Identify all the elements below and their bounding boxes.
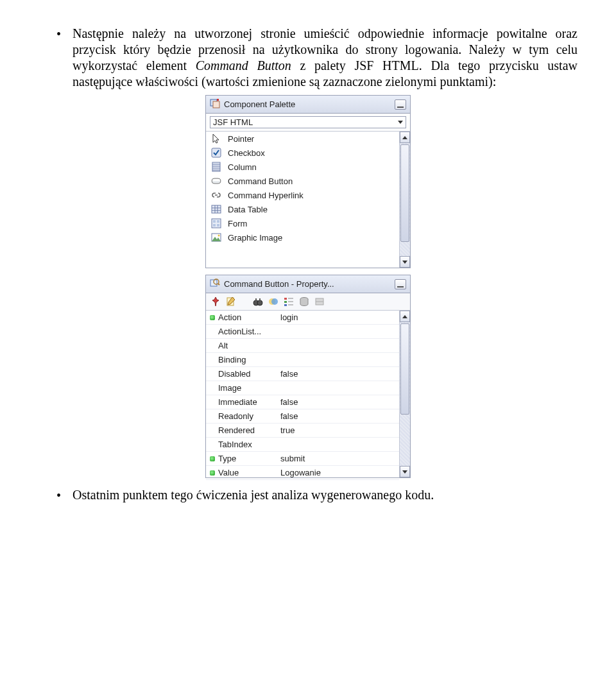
property-name-label: Action [218,313,241,322]
property-inspector-panel: Command Button - Property... Actionlogin… [205,275,411,478]
palette-list: Pointer Checkbox Column Command Button C… [206,132,399,268]
bullet-marker: • [56,26,61,42]
property-value-cell[interactable]: false [277,367,399,381]
property-value-cell[interactable] [277,438,399,452]
scroll-thumb[interactable] [400,144,409,242]
property-table: ActionloginActionList...AltBindingDisabl… [206,311,399,477]
property-value-cell[interactable]: false [277,395,399,409]
svg-rect-18 [217,220,219,223]
svg-rect-20 [217,224,219,227]
palette-item-form[interactable]: Form [206,216,399,230]
scroll-up-button[interactable] [400,311,410,322]
toolbar-separator [241,296,248,307]
paragraph-1: Następnie należy na utworzonej stronie u… [73,26,578,90]
edit-icon[interactable] [225,296,237,307]
palette-item-label: Checkbox [228,148,265,158]
union-icon[interactable] [268,296,279,307]
scroll-up-button[interactable] [400,132,410,143]
changed-marker-icon [210,315,215,320]
property-value-cell[interactable]: false [277,409,399,424]
property-name-cell[interactable]: Alt [206,339,277,353]
property-name-cell[interactable]: Disabled [206,367,277,381]
palette-item-command-button[interactable]: Command Button [206,174,399,188]
para1-italic: Command Button [196,58,291,73]
palette-item-checkbox[interactable]: Checkbox [206,146,399,160]
arrow-down-icon [402,470,407,474]
property-value-cell[interactable] [277,353,399,367]
inspector-icon [210,278,220,290]
property-name-cell[interactable]: Immediate [206,395,277,409]
property-name-label: TabIndex [218,440,252,449]
freeze-icon[interactable] [314,296,325,307]
scroll-down-button[interactable] [400,256,410,268]
binoculars-icon[interactable] [252,296,264,307]
property-value-cell[interactable]: submit [277,452,399,466]
property-name-label: Type [218,454,236,463]
palette-item-column[interactable]: Column [206,160,399,174]
svg-rect-36 [284,304,287,306]
svg-point-23 [218,235,220,237]
pointer-icon [211,133,221,144]
property-value-cell[interactable]: Logowanie [277,466,399,480]
property-area: ActionloginActionList...AltBindingDisabl… [206,311,410,477]
property-name-cell[interactable]: TabIndex [206,438,277,452]
property-name-cell[interactable]: ActionList... [206,325,277,339]
svg-rect-19 [213,224,216,227]
minimize-icon[interactable] [395,99,406,110]
palette-item-label: Command Hyperlink [228,191,304,200]
pin-icon[interactable] [210,296,221,307]
palette-titlebar[interactable]: Component Palette [206,96,410,114]
scroll-track[interactable] [400,143,410,256]
property-name-cell[interactable]: Binding [206,353,277,367]
palette-category-dropdown[interactable]: JSF HTML [210,116,406,128]
property-value-cell[interactable] [277,339,399,353]
bullet-marker: • [56,487,61,504]
arrow-up-icon [402,136,407,139]
property-name-cell[interactable]: Image [206,381,277,395]
categorize-icon[interactable] [283,296,295,307]
property-name-cell[interactable]: Value [206,466,277,480]
form-icon [211,218,221,228]
arrow-up-icon [402,315,407,318]
arrow-down-icon [402,261,407,264]
svg-point-33 [271,298,278,305]
property-value-cell[interactable] [277,325,399,339]
property-name-cell[interactable]: Type [206,452,277,466]
property-titlebar[interactable]: Command Button - Property... [206,275,410,293]
palette-item-data-table[interactable]: Data Table [206,202,399,216]
palette-item-command-hyperlink[interactable]: Command Hyperlink [206,188,399,202]
property-value-cell[interactable]: true [277,424,399,438]
property-name-cell[interactable]: Rendered [206,424,277,438]
palette-icon [210,98,220,110]
palette-scrollbar[interactable] [399,132,410,268]
scroll-down-button[interactable] [400,466,410,477]
property-name-cell[interactable]: Readonly [206,409,277,424]
bullet-point-1: • Następnie należy na utworzonej stronie… [38,26,578,90]
palette-item-label: Graphic Image [228,233,282,243]
scroll-thumb[interactable] [400,323,409,415]
property-title: Command Button - Property... [224,279,391,289]
property-value-cell[interactable]: login [277,311,399,325]
palette-list-area: Pointer Checkbox Column Command Button C… [206,132,410,268]
palette-item-pointer[interactable]: Pointer [206,132,399,146]
column-icon [211,162,221,172]
palette-item-label: Form [228,219,247,228]
palette-item-label: Data Table [228,205,268,214]
svg-rect-31 [259,298,261,302]
minimize-icon[interactable] [395,279,406,289]
marker-placeholder [210,414,215,419]
property-name-label: Immediate [218,397,257,407]
property-name-label: Image [218,383,241,393]
property-name-cell[interactable]: Action [206,311,277,325]
property-value-cell[interactable] [277,381,399,395]
property-name-label: Value [218,468,239,477]
property-scrollbar[interactable] [399,311,410,477]
database-icon[interactable] [298,296,310,307]
paragraph-2: Ostatnim punktem tego ćwiczenia jest ana… [73,487,434,503]
svg-rect-35 [284,301,287,303]
scroll-track[interactable] [400,322,410,466]
checkbox-icon [211,148,221,158]
palette-item-graphic-image[interactable]: Graphic Image [206,230,399,244]
palette-item-label: Pointer [228,134,254,144]
marker-placeholder [210,386,215,391]
